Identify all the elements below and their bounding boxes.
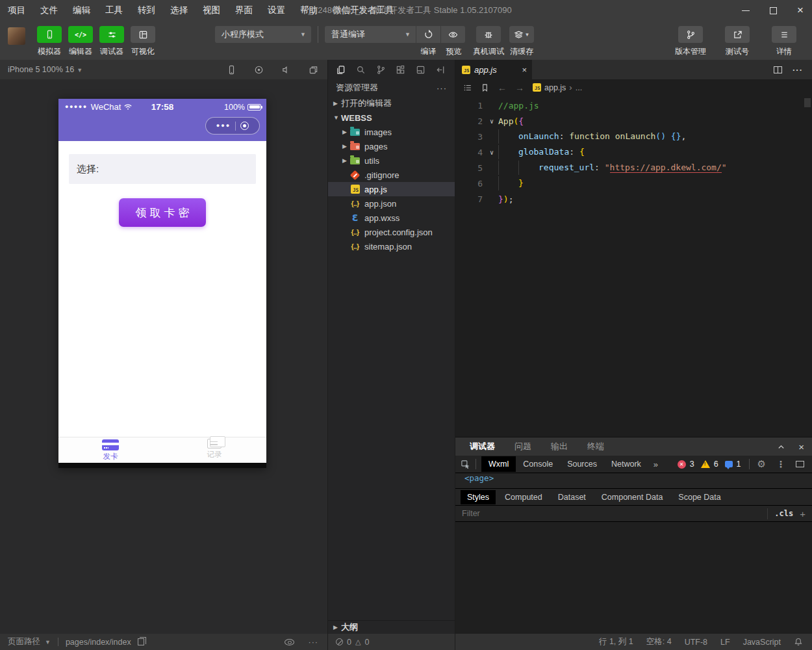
gear-icon[interactable]: ⚙ xyxy=(757,458,766,470)
toolbar-layout-button[interactable]: 可视化 xyxy=(128,26,158,60)
collapse-panel-icon[interactable] xyxy=(777,443,785,451)
mode-select[interactable]: 小程序模式▼ xyxy=(215,26,311,43)
toolbar-branch-button[interactable]: 版本管理 xyxy=(672,26,709,57)
file-row--gitignore[interactable]: .gitignore xyxy=(328,168,455,182)
maximize-button[interactable] xyxy=(768,5,778,16)
device-frame-icon[interactable] xyxy=(227,65,236,75)
debugger-tab-0[interactable]: 调试器 xyxy=(470,441,495,452)
phone-tab-0[interactable]: 发卡 xyxy=(58,437,162,463)
menu-item-1[interactable]: 文件 xyxy=(40,5,58,16)
open-editors-section[interactable]: ▶ 打开的编辑器 xyxy=(328,96,455,110)
style-tab-styles[interactable]: Styles xyxy=(461,490,496,504)
file-row-project-config-json[interactable]: {..}project.config.json xyxy=(328,225,455,239)
phone-tab-1[interactable]: 记录 xyxy=(162,437,266,463)
minimize-button[interactable] xyxy=(741,5,751,16)
close-button[interactable]: × xyxy=(795,5,806,16)
capsule-close-icon[interactable] xyxy=(240,122,249,130)
style-tab-computed[interactable]: Computed xyxy=(498,490,549,504)
toolbar-sliders-button[interactable]: 调试器 xyxy=(97,26,127,60)
wxml-tree[interactable]: <page> xyxy=(455,473,812,489)
split-editor-icon[interactable] xyxy=(774,66,782,73)
filter-input[interactable] xyxy=(455,509,767,518)
menu-item-2[interactable]: 编辑 xyxy=(73,5,90,16)
screenshot-icon[interactable] xyxy=(309,65,318,75)
scrollbar-thumb[interactable] xyxy=(804,98,811,107)
outline-section[interactable]: ▶ 大纲 xyxy=(328,620,455,634)
clear-cache-button[interactable]: ▼清缓存 xyxy=(509,26,534,60)
toolbar-phone-button[interactable]: 模拟器 xyxy=(34,26,64,60)
bell-icon[interactable] xyxy=(794,637,803,647)
style-tab-dataset[interactable]: Dataset xyxy=(552,490,592,504)
menu-item-6[interactable]: 视图 xyxy=(203,5,220,16)
devtools-tab-sources[interactable]: Sources xyxy=(560,456,604,472)
menu-item-0[interactable]: 项目 xyxy=(8,5,25,16)
forward-icon[interactable]: → xyxy=(515,83,524,93)
menu-item-3[interactable]: 工具 xyxy=(105,5,123,16)
more-tabs-icon[interactable]: » xyxy=(653,460,658,469)
editor-tab-appjs[interactable]: JS app.js × xyxy=(455,60,532,79)
close-tab-icon[interactable]: × xyxy=(522,65,527,75)
debugger-tab-2[interactable]: 输出 xyxy=(551,441,568,452)
menu-item-7[interactable]: 界面 xyxy=(235,5,253,16)
picker-field[interactable]: 选择: xyxy=(69,154,256,184)
more-icon[interactable]: ··· xyxy=(309,638,319,647)
bookmark-icon[interactable] xyxy=(481,83,489,92)
compile-button[interactable] xyxy=(416,26,440,43)
toolbar-hamburger-button[interactable]: 详情 xyxy=(765,26,803,57)
breadcrumb-file[interactable]: JS app.js › ... xyxy=(533,83,582,92)
file-row-app-js[interactable]: JSapp.js xyxy=(328,182,455,196)
page-path-label[interactable]: 页面路径 xyxy=(8,636,40,647)
kebab-menu-icon[interactable]: ⋮ xyxy=(776,459,785,469)
dock-side-icon[interactable] xyxy=(796,461,804,467)
statusbar-problems[interactable]: 0 △ 0 xyxy=(328,634,455,650)
collapse-sidebar-icon[interactable] xyxy=(436,65,446,75)
inspect-element-icon[interactable] xyxy=(461,460,470,469)
debugger-tab-3[interactable]: 终端 xyxy=(587,441,604,452)
compile-select[interactable]: 普通编译▼ xyxy=(325,26,416,43)
file-row-utils[interactable]: ▶utils xyxy=(328,153,455,168)
toolbar-external-button[interactable]: 测试号 xyxy=(718,26,756,57)
code-editor[interactable]: 1//app.js2∨App({3onLaunch: function onLa… xyxy=(455,96,812,437)
sound-icon[interactable] xyxy=(281,65,291,75)
get-card-button[interactable]: 领取卡密 xyxy=(119,198,206,227)
add-style-icon[interactable]: + xyxy=(800,508,812,519)
preview-button[interactable] xyxy=(440,26,465,43)
status-item-3[interactable]: LF xyxy=(720,638,730,647)
source-control-icon[interactable] xyxy=(376,65,386,75)
capsule-menu[interactable]: ●●● xyxy=(205,117,260,135)
file-row-pages[interactable]: ▶pages xyxy=(328,139,455,153)
device-selector[interactable]: iPhone 5 100% 16▼ xyxy=(8,65,82,74)
devtools-tab-network[interactable]: Network xyxy=(604,456,648,472)
menu-item-5[interactable]: 选择 xyxy=(170,5,188,16)
file-row-app-json[interactable]: {..}app.json xyxy=(328,196,455,211)
more-dots-icon[interactable]: ●●● xyxy=(216,122,231,129)
status-item-1[interactable]: 空格: 4 xyxy=(646,636,672,647)
close-panel-icon[interactable]: × xyxy=(798,441,804,452)
status-item-0[interactable]: 行 1, 列 1 xyxy=(599,636,633,647)
menu-item-4[interactable]: 转到 xyxy=(138,5,155,16)
eye-icon[interactable] xyxy=(285,639,294,645)
toolbar-code-button[interactable]: </>编辑器 xyxy=(66,26,95,60)
project-root[interactable]: ▼ WEBSS xyxy=(328,110,455,125)
file-row-sitemap-json[interactable]: {..}sitemap.json xyxy=(328,239,455,254)
search-icon[interactable] xyxy=(356,65,366,75)
files-icon[interactable] xyxy=(336,65,346,75)
debugger-tab-1[interactable]: 问题 xyxy=(514,441,531,452)
remote-debug-button[interactable]: 真机调试 xyxy=(473,26,504,60)
devtools-tab-console[interactable]: Console xyxy=(516,456,560,472)
style-tab-scope-data[interactable]: Scope Data xyxy=(672,490,727,504)
wxml-page-node[interactable]: <page> xyxy=(464,473,494,483)
status-item-4[interactable]: JavaScript xyxy=(743,638,781,647)
cls-toggle[interactable]: .cls xyxy=(767,508,800,519)
menu-item-8[interactable]: 设置 xyxy=(268,5,285,16)
extensions-icon[interactable] xyxy=(396,65,405,75)
devtools-tab-wxml[interactable]: Wxml xyxy=(481,456,516,472)
record-icon[interactable] xyxy=(254,65,264,75)
npm-icon[interactable] xyxy=(416,65,425,75)
outline-list-icon[interactable] xyxy=(463,83,472,92)
console-badges[interactable]: ✕ 3 6 1 xyxy=(678,460,744,469)
copy-path-icon[interactable] xyxy=(138,638,144,645)
editor-more-icon[interactable]: ··· xyxy=(793,65,803,75)
explorer-more-icon[interactable]: ··· xyxy=(437,83,447,93)
status-item-2[interactable]: UTF-8 xyxy=(685,638,707,647)
